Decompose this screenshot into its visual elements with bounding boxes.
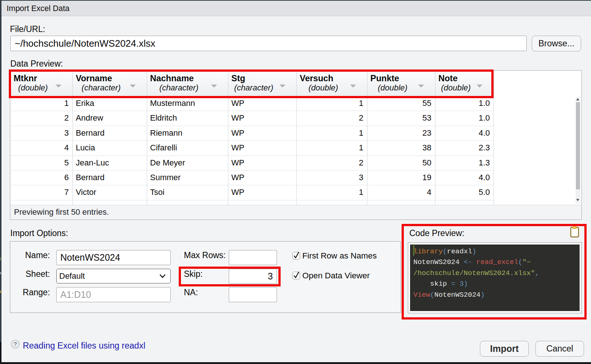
svg-text:?: ? bbox=[14, 341, 17, 347]
